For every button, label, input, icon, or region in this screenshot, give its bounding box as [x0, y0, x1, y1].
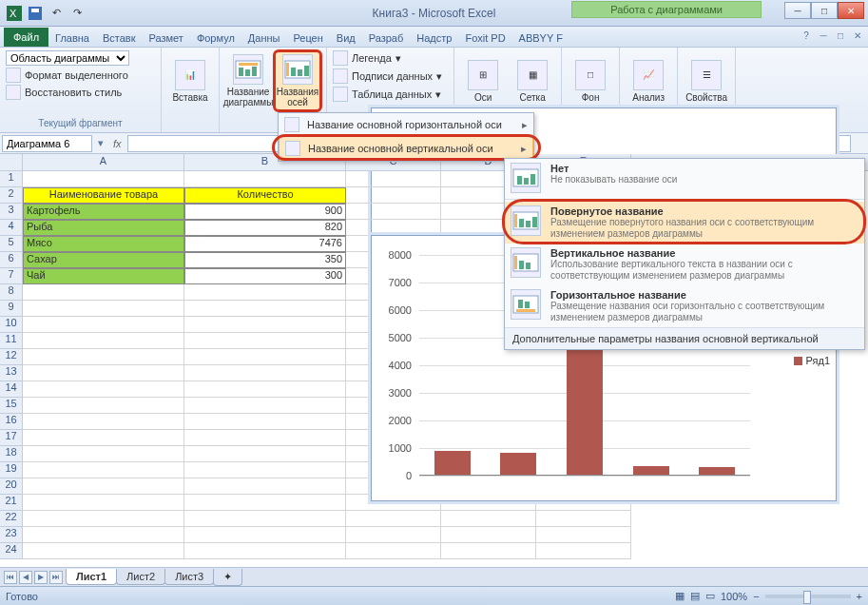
cell[interactable]: [184, 365, 346, 381]
row-header[interactable]: 5: [0, 236, 22, 252]
format-selection-button[interactable]: Формат выделенного: [4, 67, 157, 84]
cell[interactable]: [184, 414, 346, 430]
help-icon[interactable]: ?: [800, 29, 813, 42]
cell[interactable]: [23, 381, 184, 398]
sheet-first-icon[interactable]: ⏮: [4, 571, 17, 584]
cell[interactable]: 820: [184, 220, 346, 236]
cell[interactable]: [23, 349, 184, 365]
cell[interactable]: [184, 495, 346, 511]
save-icon[interactable]: [27, 5, 44, 22]
cell[interactable]: Сахар: [23, 252, 184, 268]
cell[interactable]: [184, 446, 346, 462]
row-header[interactable]: 20: [0, 478, 22, 495]
row-header[interactable]: 2: [0, 187, 22, 204]
cell[interactable]: [184, 478, 346, 495]
cell[interactable]: 350: [184, 252, 346, 268]
row-header[interactable]: 1: [0, 171, 22, 187]
gridlines-button[interactable]: ▦Сетка: [508, 49, 557, 112]
cell[interactable]: [184, 543, 346, 559]
bar[interactable]: [434, 451, 471, 476]
row-header[interactable]: 3: [0, 204, 22, 220]
chart-element-selector[interactable]: Область диаграммы: [6, 50, 129, 66]
sheet-last-icon[interactable]: ⏭: [49, 571, 63, 584]
redo-icon[interactable]: ↷: [68, 5, 86, 22]
tab-developer[interactable]: Разраб: [362, 29, 411, 47]
option-vertical-title[interactable]: Вертикальное названиеИспользование верти…: [505, 244, 864, 285]
cell[interactable]: [346, 511, 441, 527]
cell[interactable]: [346, 204, 441, 220]
cell[interactable]: Чай: [23, 268, 184, 284]
cell[interactable]: Количество: [184, 187, 346, 204]
wb-close-icon[interactable]: ✕: [851, 29, 864, 42]
properties-button[interactable]: ☰Свойства: [682, 49, 731, 112]
cell[interactable]: [184, 333, 346, 349]
cell[interactable]: [23, 333, 184, 349]
cell[interactable]: [23, 414, 184, 430]
cell[interactable]: [346, 543, 441, 559]
row-header[interactable]: 11: [0, 333, 22, 349]
cell[interactable]: [184, 511, 346, 527]
row-header[interactable]: 24: [0, 543, 22, 559]
menu-vertical-axis-title[interactable]: Название основной вертикальной оси ▸: [279, 136, 533, 161]
row-header[interactable]: 14: [0, 381, 22, 398]
bar[interactable]: [500, 453, 536, 476]
more-options[interactable]: Дополнительные параметры названия основн…: [505, 327, 864, 349]
row-header[interactable]: 9: [0, 301, 22, 317]
wb-restore-icon[interactable]: □: [834, 29, 847, 42]
row-header[interactable]: 17: [0, 430, 22, 446]
cell[interactable]: [441, 543, 536, 559]
cell[interactable]: [23, 365, 184, 381]
chart-title-button[interactable]: Название диаграммы: [223, 49, 273, 112]
undo-icon[interactable]: ↶: [48, 5, 65, 22]
cell[interactable]: 900: [184, 204, 346, 220]
cell[interactable]: [23, 284, 184, 301]
sheet-tab-2[interactable]: Лист2: [116, 569, 165, 585]
cell[interactable]: Рыба: [23, 220, 184, 236]
option-horizontal-title[interactable]: Горизонтальное названиеРазмещение назван…: [505, 285, 864, 327]
cell[interactable]: [346, 220, 441, 236]
view-page-layout-icon[interactable]: ▤: [690, 590, 700, 602]
chart-legend[interactable]: Ряд1: [794, 355, 830, 366]
cell[interactable]: [184, 430, 346, 446]
option-none[interactable]: НетНе показывать название оси: [505, 159, 864, 197]
cell[interactable]: 300: [184, 268, 346, 284]
new-sheet-button[interactable]: ✦: [213, 569, 242, 586]
cell[interactable]: Картофель: [23, 204, 184, 220]
cell[interactable]: [23, 511, 184, 527]
row-header[interactable]: 13: [0, 365, 22, 381]
cell[interactable]: [184, 381, 346, 398]
tab-layout[interactable]: Размет: [143, 29, 190, 47]
cell[interactable]: [23, 527, 184, 543]
wb-minimize-icon[interactable]: ─: [817, 29, 830, 42]
row-header[interactable]: 15: [0, 398, 22, 414]
namebox-dropdown-icon[interactable]: ▾: [94, 137, 107, 149]
tab-data[interactable]: Данны: [241, 29, 287, 47]
legend-button[interactable]: Легенда ▾: [331, 49, 444, 67]
menu-horizontal-axis-title[interactable]: Название основной горизонтальной оси ▸: [279, 113, 533, 136]
row-header[interactable]: 4: [0, 220, 22, 236]
cell[interactable]: Мясо: [23, 236, 184, 252]
cell[interactable]: [184, 301, 346, 317]
sheet-tab-1[interactable]: Лист1: [66, 569, 117, 585]
cell[interactable]: [536, 527, 631, 543]
background-button[interactable]: □Фон: [566, 49, 615, 112]
axis-titles-button[interactable]: Названия осей: [273, 49, 322, 112]
row-header[interactable]: 8: [0, 284, 22, 301]
option-rotated-title[interactable]: Повернутое названиеРазмещение повернутог…: [505, 202, 864, 244]
row-header[interactable]: 18: [0, 446, 22, 462]
cell[interactable]: [441, 511, 536, 527]
close-button[interactable]: ✕: [838, 2, 864, 19]
row-header[interactable]: 6: [0, 252, 22, 268]
zoom-in-icon[interactable]: +: [857, 591, 862, 602]
tab-file[interactable]: Файл: [4, 28, 48, 47]
tab-view[interactable]: Вид: [330, 29, 362, 47]
tab-addins[interactable]: Надстр: [410, 29, 458, 47]
insert-button[interactable]: 📊 Вставка: [165, 49, 215, 112]
cell[interactable]: [23, 478, 184, 495]
zoom-level[interactable]: 100%: [721, 591, 747, 602]
row-header[interactable]: 21: [0, 495, 22, 511]
cell[interactable]: [346, 187, 441, 204]
cell[interactable]: [23, 171, 184, 187]
cell[interactable]: [536, 543, 631, 559]
zoom-slider[interactable]: [765, 595, 851, 598]
